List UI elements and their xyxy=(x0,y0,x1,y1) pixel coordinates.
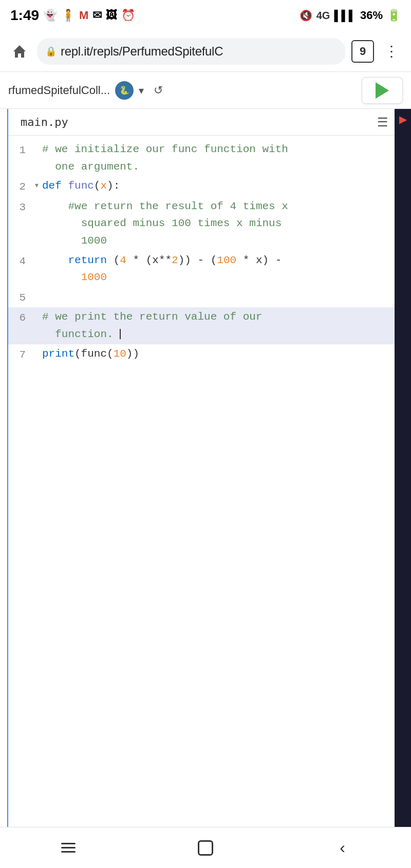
dropdown-arrow-icon[interactable]: ▾ xyxy=(139,84,144,97)
line-number-2: 2 xyxy=(8,177,34,196)
snapchat-icon: 👻 xyxy=(43,9,57,22)
line-content-6: # we print the return value of our funct… xyxy=(42,308,395,343)
network-icon: 4G xyxy=(316,10,330,22)
line-number-5: 5 xyxy=(8,288,34,307)
clock-icon: ⏰ xyxy=(121,9,135,22)
bottom-navigation: ‹ xyxy=(0,827,411,868)
battery-icon: 🔋 xyxy=(387,9,401,22)
editor-container: main.py ☰ 1 # we initialize our func fun… xyxy=(0,109,411,828)
run-button[interactable] xyxy=(362,77,403,104)
code-line-3: 3 #we return the result of 4 times x squ… xyxy=(8,197,395,251)
gmail-icon: M xyxy=(79,9,88,22)
left-panel xyxy=(0,109,8,828)
file-tabs-area: main.py ☰ 1 # we initialize our func fun… xyxy=(8,109,395,828)
code-line-5: 5 xyxy=(8,287,395,308)
nav-back-button[interactable]: ‹ xyxy=(327,833,358,863)
browser-menu-button[interactable]: ⋮ xyxy=(380,40,403,63)
sidebar-arrow-icon[interactable]: ▶ xyxy=(399,113,407,125)
nav-apps-button[interactable] xyxy=(53,833,84,863)
replit-header: rfumedSpitefulColl... 🐍 ▾ ↺ xyxy=(0,72,411,109)
url-text: repl.it/repls/PerfumedSpitefulC xyxy=(61,44,223,59)
code-line-7: 7 print(func(10)) xyxy=(8,344,395,365)
photos-icon: 🖼 xyxy=(106,9,117,22)
line-content-2: def func(x): xyxy=(42,177,395,195)
code-area[interactable]: 1 # we initialize our func function with… xyxy=(8,136,395,828)
nav-home-button[interactable] xyxy=(190,833,221,863)
bitmoji-icon: 🧍 xyxy=(61,9,75,22)
browser-toolbar: 🔒 repl.it/repls/PerfumedSpitefulC 9 ⋮ xyxy=(0,31,411,72)
history-button[interactable]: ↺ xyxy=(149,81,167,100)
line-number-4: 4 xyxy=(8,252,34,270)
tab-count-badge[interactable]: 9 xyxy=(351,40,374,63)
code-line-2: 2 ▾ def func(x): xyxy=(8,176,395,197)
line-number-7: 7 xyxy=(8,345,34,364)
back-arrow-icon: ‹ xyxy=(340,838,345,857)
address-bar[interactable]: 🔒 repl.it/repls/PerfumedSpitefulC xyxy=(37,38,345,65)
lock-icon: 🔒 xyxy=(45,46,57,57)
mute-icon: 🔇 xyxy=(300,9,312,22)
home-square-icon xyxy=(198,840,213,856)
line-number-6: 6 xyxy=(8,308,34,327)
python-icon: 🐍 xyxy=(119,85,129,95)
battery-level: 36% xyxy=(360,9,383,22)
line-content-4: return (4 * (x**2)) - (100 * x) - 1000 xyxy=(42,252,395,286)
line-content-3: #we return the result of 4 times x squar… xyxy=(42,198,395,250)
code-line-4: 4 return (4 * (x**2)) - (100 * x) - 1000 xyxy=(8,251,395,287)
code-line-1: 1 # we initialize our func function with… xyxy=(8,140,395,176)
line-content-7: print(func(10)) xyxy=(42,345,395,363)
code-line-6: 6 # we print the return value of our fun… xyxy=(8,307,395,344)
right-sidebar: ▶ xyxy=(395,109,411,828)
line-content-5 xyxy=(42,288,395,306)
status-bar: 1:49 👻 🧍 M ✉ 🖼 ⏰ 🔇 4G ▌▌▌ 36% 🔋 xyxy=(0,0,411,31)
line-number-3: 3 xyxy=(8,198,34,216)
line-content-1: # we initialize our func function with o… xyxy=(42,141,395,175)
line-number-1: 1 xyxy=(8,141,34,159)
replit-title: rfumedSpitefulColl... xyxy=(8,84,110,97)
file-tab-main-py[interactable]: main.py xyxy=(14,112,74,133)
home-button[interactable] xyxy=(8,40,31,63)
status-time: 1:49 xyxy=(10,7,39,24)
replit-title-area: rfumedSpitefulColl... 🐍 ▾ ↺ xyxy=(8,81,167,100)
apps-icon xyxy=(61,843,76,853)
signal-icon: ▌▌▌ xyxy=(334,10,356,22)
hamburger-icon[interactable]: ☰ xyxy=(377,115,388,130)
python-badge: 🐍 xyxy=(115,81,134,100)
file-tabs-bar: main.py ☰ xyxy=(8,109,395,136)
mail-icon: ✉ xyxy=(92,9,102,22)
run-triangle-icon xyxy=(376,82,389,99)
